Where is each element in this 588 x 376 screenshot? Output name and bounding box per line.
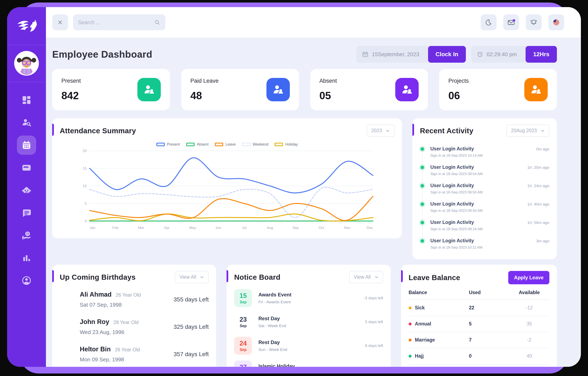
user-group-icon — [530, 83, 543, 96]
notice-view-all-dropdown[interactable]: View All — [349, 271, 383, 283]
chart-legend: PresentAbsentLeaveWeekendHoliday — [60, 142, 394, 147]
date-pill: 15September, 2023 Clock In — [357, 46, 466, 63]
notice-month: Sep — [240, 348, 247, 352]
year-filter-dropdown[interactable]: 2023 — [367, 125, 394, 137]
credit-card-icon — [21, 163, 32, 173]
leave-available: -12 — [509, 305, 549, 311]
topbar-actions — [481, 14, 564, 30]
notice-date-badge: 23 Sep — [234, 313, 252, 331]
leave-used: 22 — [469, 305, 509, 311]
activity-dot — [420, 221, 424, 224]
sidebar-item-analytics[interactable] — [17, 248, 36, 268]
stat-icon-tile — [395, 78, 419, 101]
birthday-age: 26 Year Old — [116, 292, 141, 298]
notice-day: 24 — [240, 340, 247, 347]
current-time: 02:29:40 pm — [487, 51, 522, 58]
birthdays-view-all-value: View All — [179, 274, 196, 280]
notice-month: Sep — [240, 300, 247, 304]
activity-item: User Login Activity Sign in at 18-Sep-20… — [420, 143, 549, 161]
stats-row: Present 842 Paid Leave 48 — [52, 69, 557, 110]
activity-detail: Sign in at 18-Sep-2023 10:11 AM — [430, 246, 536, 250]
sidebar-item-attendance-calendar[interactable] — [17, 136, 36, 155]
clock-controls: 15September, 2023 Clock In 02:29:40 pm 1… — [357, 46, 557, 63]
notice-subtitle: Sat - Week End — [258, 323, 359, 328]
app-logo — [7, 7, 46, 45]
notice-subtitle: Fri - Awards Event — [258, 300, 357, 304]
sidebar-item-payroll-card[interactable] — [17, 158, 36, 177]
hour-format-button[interactable]: 12Hrs — [525, 46, 557, 63]
svg-text:0: 0 — [85, 219, 87, 223]
notice-view-all-value: View All — [354, 274, 371, 280]
avatar[interactable] — [14, 51, 39, 76]
birthdays-view-all-dropdown[interactable]: View All — [175, 271, 209, 283]
calendar-small-icon — [362, 51, 368, 58]
leave-available: 40 — [509, 353, 549, 359]
search-icon — [154, 19, 160, 25]
middle-row: Attendance Summary 2023 PresentAbsentLea… — [52, 118, 557, 259]
notice-title: Rest Day — [258, 316, 359, 322]
leave-available: 35 — [509, 321, 549, 327]
birthday-date: Mon 09 Sep, 1998 — [80, 356, 140, 363]
birthday-days-left: 325 days Left — [174, 323, 209, 330]
time-pill: 02:29:40 pm 12Hrs — [471, 46, 557, 63]
user-group-icon — [272, 83, 285, 96]
notice-board-title: Notice Board — [234, 273, 280, 281]
leave-available: -2 — [509, 337, 549, 343]
close-button[interactable] — [52, 14, 68, 30]
activity-item: User Login Activity Sign in at 18-Sep-20… — [420, 216, 549, 235]
leave-type-name: Annual — [415, 321, 431, 327]
birthdays-title: Up Coming Birthdays — [60, 273, 136, 281]
col-used: Used — [469, 290, 509, 295]
current-date: 15September, 2023 — [372, 51, 425, 58]
stat-label: Absent — [319, 78, 337, 84]
bell-icon — [530, 18, 538, 26]
attendance-summary-panel: Attendance Summary 2023 PresentAbsentLea… — [52, 118, 402, 238]
birthday-days-left: 355 days Left — [174, 296, 209, 303]
activity-dot — [420, 166, 424, 169]
activity-time-ago: 1h: 20m ago — [527, 165, 549, 170]
activity-dot — [420, 239, 424, 243]
sidebar-item-benefits[interactable] — [17, 226, 36, 245]
sidebar-item-employee-search[interactable] — [17, 113, 36, 132]
chevron-down-icon — [541, 129, 545, 133]
activity-date-dropdown[interactable]: 20Aug 2023 — [506, 125, 549, 137]
notice-title: Islamic Holiday — [258, 363, 359, 367]
notifications-button[interactable] — [526, 14, 542, 30]
notice-item: 15 Sep Awards Event Fri - Awards Event -… — [234, 289, 383, 307]
col-available: Available — [509, 290, 549, 295]
leave-row: Marriage 7 -2 — [409, 332, 549, 348]
notice-date-badge: 15 Sep — [234, 289, 252, 307]
stat-label: Projects — [448, 78, 469, 84]
notice-days-left: 6 days left — [365, 344, 383, 348]
birthday-date: Wed 23 Aug, 1996 — [80, 329, 138, 335]
notice-days-left: 5 days left — [365, 320, 383, 324]
dark-mode-button[interactable] — [481, 14, 496, 30]
pegasus-logo-icon — [16, 18, 37, 34]
leave-type-name: Sick — [415, 305, 425, 311]
stat-icon-tile — [524, 78, 548, 101]
mail-button[interactable] — [503, 14, 519, 30]
app-window: Employee Dashboard 15September, 2023 Clo… — [7, 7, 581, 367]
sidebar-item-dashboard[interactable] — [17, 90, 36, 110]
main-area: Employee Dashboard 15September, 2023 Clo… — [46, 7, 581, 367]
panel-accent-bar — [412, 124, 414, 136]
legend-item: Present — [156, 142, 180, 147]
clock-in-button[interactable]: Clock In — [428, 46, 466, 63]
sidebar-item-bot[interactable] — [17, 181, 36, 200]
apply-leave-button[interactable]: Apply Leave — [508, 271, 549, 284]
activity-time-ago: 1h: 24m ago — [527, 184, 549, 188]
sidebar-item-profile[interactable] — [17, 271, 36, 290]
svg-text:20: 20 — [83, 149, 87, 153]
leave-used: 7 — [469, 337, 509, 343]
svg-text:Jul: Jul — [242, 226, 246, 230]
leave-row: Annual 5 35 — [409, 316, 549, 332]
language-button[interactable] — [548, 14, 564, 30]
activity-item: User Login Activity Sign in at 18-Sep-20… — [420, 235, 549, 253]
col-balance: Balance — [409, 290, 469, 295]
notice-list: 15 Sep Awards Event Fri - Awards Event -… — [234, 289, 383, 367]
notice-day: 15 — [240, 292, 247, 300]
birthday-item: John Roy28 Year Old Wed 23 Aug, 1996 325… — [60, 318, 209, 335]
sidebar-item-messages[interactable] — [17, 203, 36, 223]
stat-card: Projects 06 — [439, 69, 557, 110]
search-input[interactable] — [78, 20, 151, 25]
